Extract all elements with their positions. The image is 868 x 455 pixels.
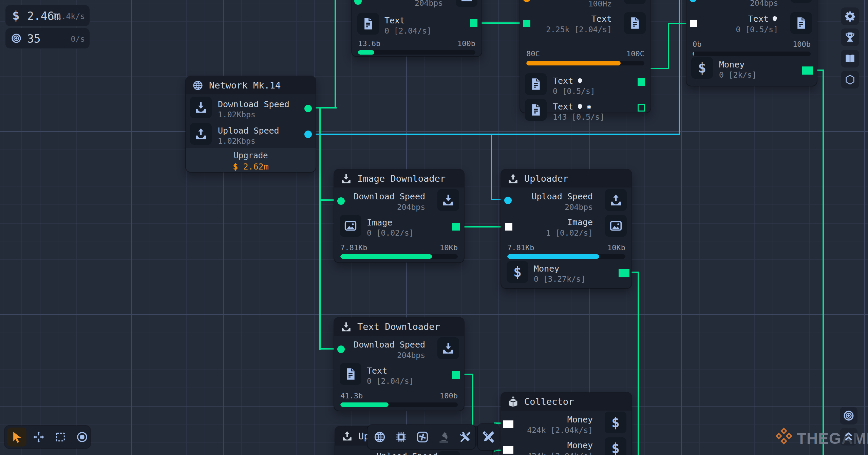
node-image-downloader[interactable]: Image Downloader Download Speed 204bps I… — [334, 170, 464, 262]
trophy-icon — [844, 32, 856, 43]
buffer-max: 100b — [457, 39, 475, 48]
output-port-money[interactable] — [802, 66, 813, 75]
download-speed-value: 1.02Kbps — [218, 110, 256, 119]
node-title: Uploader — [524, 173, 568, 184]
node-header[interactable]: Text Downloader — [334, 318, 464, 336]
speed-value: 204bps — [354, 350, 425, 360]
dollar-icon: $ — [12, 9, 20, 22]
output-port-2[interactable] — [638, 104, 645, 112]
focus-tool-button[interactable] — [73, 428, 92, 447]
node-network[interactable]: Network Mk.14 Download Speed 1.02Kbps Up… — [186, 76, 316, 172]
cpu-icon — [624, 0, 646, 4]
processor-category-button[interactable] — [392, 428, 411, 447]
ruler-pencil-icon — [481, 430, 495, 444]
money-rate: 11.4k/s — [52, 12, 85, 21]
upgrade-all-button[interactable] — [840, 428, 857, 446]
tools-category-button[interactable] — [456, 428, 475, 447]
microscope-icon — [437, 431, 450, 443]
output-port[interactable] — [452, 371, 460, 379]
input-port-speed[interactable] — [337, 345, 345, 353]
input-port-money-2[interactable] — [503, 446, 513, 454]
money-value: 424k [2.04k/s] — [527, 425, 593, 435]
network-category-button[interactable] — [370, 428, 389, 447]
input-port-text[interactable] — [523, 20, 530, 27]
node-uploader[interactable]: Uploader Upload Speed 204bps Image 1 [0.… — [501, 170, 631, 288]
file-icon — [790, 12, 812, 34]
output-port[interactable] — [470, 19, 477, 27]
node-title: Network Mk.14 — [209, 80, 281, 91]
node-header[interactable]: Collector — [501, 393, 631, 411]
heat-current: 80C — [526, 50, 540, 58]
money-label: Money — [719, 60, 744, 70]
buffer-current: 13.6b — [358, 39, 380, 48]
research-category-button[interactable] — [434, 428, 453, 447]
target-mode-button[interactable] — [840, 407, 857, 424]
edit-mode-button[interactable] — [478, 424, 499, 450]
node-header[interactable]: Uploader — [501, 170, 631, 187]
wire — [491, 134, 492, 200]
money-label: Money — [534, 264, 559, 274]
input-port-image[interactable] — [505, 223, 512, 231]
upgrade-button[interactable]: Upgrade $ 2.62m — [186, 148, 316, 172]
wire — [638, 272, 639, 455]
buffer-bar — [340, 254, 458, 259]
node-collector[interactable]: Collector Money 424k [2.04k/s] $ Money 4… — [501, 393, 631, 455]
node-uploader-top[interactable]: 204bps Text 0 [0.5/s] 0b 100b $ Money 0 … — [686, 0, 817, 86]
node-header[interactable]: Image Downloader — [334, 170, 464, 187]
output-port-download[interactable] — [304, 105, 312, 112]
cpu-icon — [395, 431, 408, 443]
money-counter: $ 2.46m 11.4k/s — [5, 5, 90, 26]
game-canvas[interactable]: 204bps Text 0 [2.04/s] 13.6b 100b 100Hz … — [0, 0, 868, 455]
upload-icon — [507, 173, 519, 184]
input-port-text[interactable] — [690, 20, 697, 27]
input-port-speed[interactable] — [689, 0, 697, 2]
points-counter: 35 0/s — [5, 28, 90, 49]
output-port-upload[interactable] — [304, 131, 312, 138]
move-tool-button[interactable] — [29, 428, 48, 447]
node-text-downloader[interactable]: Text Downloader Download Speed 204bps Te… — [334, 318, 464, 411]
fan-icon — [416, 431, 429, 443]
resource-value: 0 [2.04/s] — [367, 377, 414, 385]
codex-button[interactable] — [841, 50, 859, 67]
input-port-heat[interactable] — [523, 0, 530, 2]
upload-speed-label: Upload Speed — [218, 126, 279, 136]
money-value: 424k [2.04k/s] — [527, 451, 593, 455]
node-text-downloader-top[interactable]: 204bps Text 0 [2.04/s] 13.6b 100b — [352, 0, 482, 56]
wire — [319, 107, 321, 350]
buffer-current: 7.81Kb — [340, 243, 367, 252]
settings-button[interactable] — [841, 7, 859, 25]
buffer-max: 10Kb — [607, 243, 625, 252]
speed-value: 204bps — [354, 202, 425, 212]
buffer-current: 0b — [693, 40, 702, 48]
speed-value: 204bps — [531, 202, 593, 212]
input-port-speed[interactable] — [337, 197, 345, 205]
dollar-icon: $ — [233, 162, 238, 172]
double-chevron-up-icon — [843, 431, 855, 443]
tools-icon — [459, 431, 472, 443]
globe-icon — [373, 431, 386, 443]
output-port-money[interactable] — [619, 269, 629, 277]
wire — [478, 22, 523, 24]
upload-icon — [790, 0, 812, 3]
gear-icon — [844, 11, 856, 22]
output-port[interactable] — [452, 223, 460, 231]
speed-value: 100Hz — [588, 0, 612, 9]
upload-icon — [341, 430, 353, 442]
input-value: 0 [0.5/s] — [736, 24, 778, 35]
achievements-button[interactable] — [841, 28, 859, 46]
node-processor[interactable]: 100Hz Text 2.25k [2.04/s] 80C 100C Text … — [520, 0, 650, 113]
output-value: 143 [0.5/s] — [553, 113, 604, 121]
cooling-category-button[interactable] — [413, 428, 432, 447]
wire — [460, 226, 505, 228]
upgrade-price: $ 2.62m — [186, 162, 316, 172]
input-port[interactable] — [354, 0, 362, 5]
input-port-speed[interactable] — [504, 197, 512, 204]
output-port-1[interactable] — [638, 78, 645, 86]
buffer-bar — [693, 52, 811, 56]
shapes-button[interactable] — [841, 71, 859, 88]
select-tool-button[interactable] — [7, 428, 26, 447]
input-port-money-1[interactable] — [503, 420, 513, 428]
marquee-tool-button[interactable] — [51, 428, 70, 447]
node-header[interactable]: Network Mk.14 — [186, 76, 316, 94]
heat-bar — [526, 61, 644, 65]
